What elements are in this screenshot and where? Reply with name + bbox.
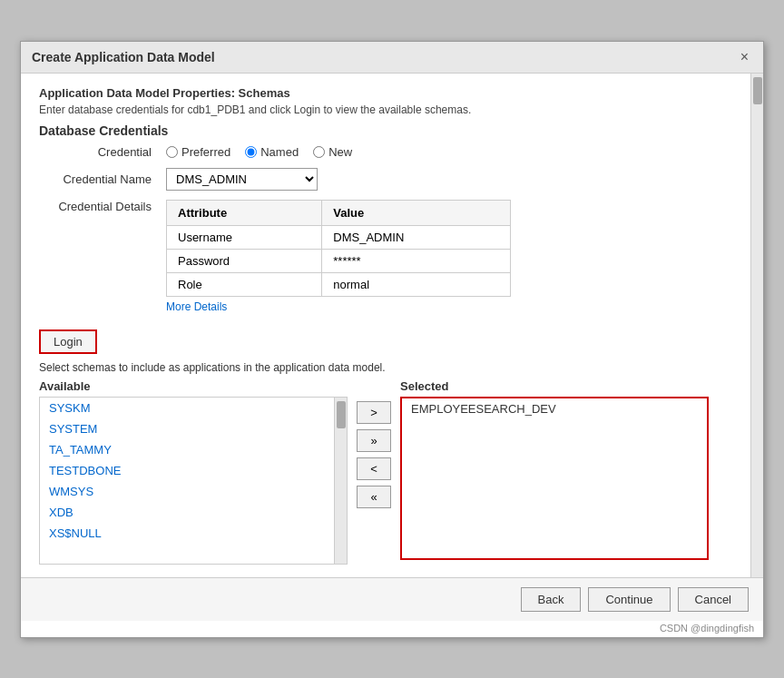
table-cell-value: normal	[322, 272, 511, 296]
watermark: CSDN @dingdingfish	[21, 621, 763, 637]
move-all-left-button[interactable]: «	[357, 486, 391, 508]
table-cell-attribute: Username	[167, 225, 322, 249]
move-all-right-button[interactable]: »	[357, 429, 391, 452]
table-col-value: Value	[322, 200, 511, 225]
table-cell-attribute: Password	[167, 249, 322, 272]
schemas-section: Available SYSKM SYSTEM TA_TAMMY TESTDBON…	[39, 379, 732, 565]
radio-preferred-input[interactable]	[166, 146, 178, 158]
list-item[interactable]: WMSYS	[40, 481, 334, 502]
credential-name-select-group: DMS_ADMIN APEX_PUBLIC_USER OTHER	[166, 168, 318, 191]
credential-name-dropdown[interactable]: DMS_ADMIN APEX_PUBLIC_USER OTHER	[166, 168, 318, 191]
list-item[interactable]: SYSTEM	[40, 418, 334, 439]
login-button[interactable]: Login	[39, 329, 97, 354]
dialog-content: Application Data Model Properties: Schem…	[21, 74, 750, 577]
available-list-scrollbar[interactable]	[335, 397, 348, 565]
section-subtitle: Enter database credentials for cdb1_PDB1…	[39, 103, 732, 116]
back-button[interactable]: Back	[521, 587, 582, 612]
more-details-link[interactable]: More Details	[166, 300, 511, 313]
radio-new-input[interactable]	[313, 146, 325, 158]
close-button[interactable]: ×	[737, 49, 752, 65]
create-application-dialog: Create Application Data Model × Applicat…	[20, 41, 764, 638]
selected-list[interactable]: EMPLOYEESEARCH_DEV	[400, 397, 709, 560]
list-item[interactable]: SYSKM	[40, 398, 334, 418]
section-title: Application Data Model Properties: Schem…	[39, 86, 732, 100]
table-cell-value: ******	[322, 249, 511, 272]
available-list-container: Available SYSKM SYSTEM TA_TAMMY TESTDBON…	[39, 379, 348, 565]
transfer-buttons-group: > » < «	[348, 379, 400, 508]
credential-details-row: Credential Details Attribute Value Usern…	[39, 200, 732, 313]
table-cell-attribute: Role	[167, 272, 322, 296]
table-cell-value: DMS_ADMIN	[322, 225, 511, 249]
dialog-scrollbar-thumb	[753, 77, 762, 104]
continue-button[interactable]: Continue	[588, 587, 670, 612]
radio-new-label: New	[328, 145, 352, 159]
list-item[interactable]: TA_TAMMY	[40, 439, 334, 460]
table-row: Role normal	[167, 272, 511, 296]
radio-new[interactable]: New	[313, 145, 352, 159]
dialog-scrollbar[interactable]	[750, 74, 763, 577]
credential-name-label: Credential Name	[39, 172, 166, 186]
selected-label: Selected	[400, 379, 709, 393]
schemas-hint: Select schemas to include as application…	[39, 361, 732, 374]
radio-named-label: Named	[260, 145, 299, 159]
credential-name-row: Credential Name DMS_ADMIN APEX_PUBLIC_US…	[39, 168, 732, 191]
dialog-title: Create Application Data Model	[32, 50, 215, 64]
selected-item[interactable]: EMPLOYEESEARCH_DEV	[402, 398, 707, 419]
cancel-button[interactable]: Cancel	[678, 587, 749, 612]
radio-preferred-label: Preferred	[181, 145, 230, 159]
dialog-title-bar: Create Application Data Model ×	[21, 42, 763, 74]
selected-list-container: Selected EMPLOYEESEARCH_DEV	[400, 379, 709, 560]
credential-details-label: Credential Details	[39, 200, 166, 213]
move-right-button[interactable]: >	[357, 401, 391, 424]
db-credentials-header: Database Credentials	[39, 123, 732, 138]
list-item[interactable]: TESTDBONE	[40, 460, 334, 481]
radio-named-input[interactable]	[245, 146, 257, 158]
table-row: Password ******	[167, 249, 511, 272]
table-col-attribute: Attribute	[167, 200, 322, 225]
radio-named[interactable]: Named	[245, 145, 299, 159]
credential-label: Credential	[39, 145, 166, 159]
available-list[interactable]: SYSKM SYSTEM TA_TAMMY TESTDBONE WMSYS XD…	[39, 397, 335, 565]
credential-details-content: Attribute Value Username DMS_ADMIN Passw…	[166, 200, 511, 313]
credential-row: Credential Preferred Named New	[39, 145, 732, 159]
list-item[interactable]: XS$NULL	[40, 523, 334, 544]
dialog-footer: Back Continue Cancel	[21, 577, 763, 621]
available-list-wrapper: SYSKM SYSTEM TA_TAMMY TESTDBONE WMSYS XD…	[39, 397, 348, 565]
radio-preferred[interactable]: Preferred	[166, 145, 230, 159]
credential-radio-group: Preferred Named New	[166, 145, 352, 159]
list-item[interactable]: XDB	[40, 502, 334, 523]
credential-details-table: Attribute Value Username DMS_ADMIN Passw…	[166, 200, 511, 297]
move-left-button[interactable]: <	[357, 457, 391, 480]
available-label: Available	[39, 379, 348, 393]
table-row: Username DMS_ADMIN	[167, 225, 511, 249]
scrollbar-thumb	[337, 401, 346, 428]
dialog-main: Application Data Model Properties: Schem…	[21, 74, 763, 577]
